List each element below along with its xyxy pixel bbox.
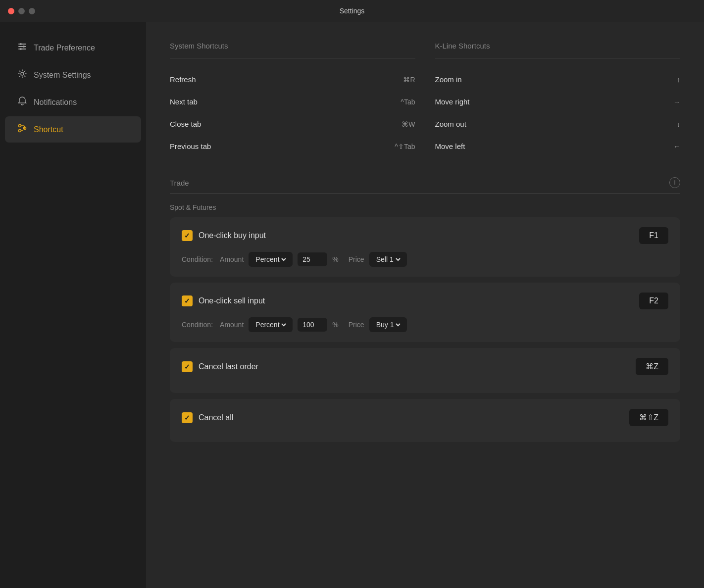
buy-price-dropdown[interactable]: Sell 1 Buy 1: [369, 252, 407, 267]
trade-card-cancel-all: ✓ Cancel all ⌘⇧Z: [170, 399, 680, 442]
sidebar-item-label: Notifications: [34, 98, 77, 107]
sidebar-item-trade-preference[interactable]: Trade Preference: [5, 35, 141, 61]
minimize-button[interactable]: [18, 8, 25, 14]
buy-amount-type-select[interactable]: Percent Fixed: [253, 255, 288, 264]
shortcut-action: Close tab: [170, 120, 201, 128]
svg-point-4: [23, 46, 25, 48]
shortcut-key: ↑: [677, 76, 680, 84]
shortcut-refresh: Refresh ⌘R: [170, 68, 415, 91]
sell-amount-value-input[interactable]: [298, 318, 327, 332]
sidebar-item-shortcut[interactable]: Shortcut: [5, 116, 141, 143]
trade-card-cancel-last-header: ✓ Cancel last order ⌘Z: [182, 358, 668, 375]
shortcut-action: Move right: [435, 98, 470, 106]
trade-card-sell-left: ✓ One-click sell input: [182, 295, 265, 306]
shortcut-move-right: Move right →: [435, 91, 681, 113]
sell-amount-type-select[interactable]: Percent Fixed: [253, 320, 288, 329]
close-button[interactable]: [8, 8, 14, 14]
checkmark-icon: ✓: [184, 232, 190, 240]
svg-point-5: [20, 48, 22, 50]
trade-divider: [170, 193, 680, 194]
cancel-all-label: Cancel all: [199, 413, 233, 422]
buy-checkbox[interactable]: ✓: [182, 230, 193, 241]
shortcut-key: ←: [673, 143, 680, 150]
sell-price-dropdown[interactable]: Buy 1 Sell 1: [369, 317, 407, 332]
shortcut-key: →: [673, 98, 680, 106]
cancel-all-checkbox[interactable]: ✓: [182, 412, 193, 423]
trade-section: Trade i Spot & Futures ✓ One-click buy i…: [170, 177, 680, 442]
buy-price-select[interactable]: Sell 1 Buy 1: [374, 255, 402, 264]
sidebar-item-label: System Settings: [34, 71, 91, 80]
trade-header: Trade i: [170, 177, 680, 188]
sell-key-badge: F2: [639, 293, 668, 309]
buy-condition-label: Condition:: [182, 255, 213, 263]
buy-amount-value-input[interactable]: [298, 252, 327, 266]
system-shortcuts-col: System Shortcuts Refresh ⌘R Next tab ^Ta…: [170, 42, 415, 157]
shortcut-action: Refresh: [170, 75, 196, 84]
sidebar: Trade Preference System Settings Notific…: [0, 22, 146, 588]
trade-card-cancel-last-left: ✓ Cancel last order: [182, 361, 258, 372]
sell-amount-type-dropdown[interactable]: Percent Fixed: [249, 317, 293, 332]
trade-card-cancel-all-header: ✓ Cancel all ⌘⇧Z: [182, 409, 668, 426]
shortcut-action: Move left: [435, 142, 465, 150]
trade-card-cancel-last: ✓ Cancel last order ⌘Z: [170, 348, 680, 393]
main-content: System Shortcuts Refresh ⌘R Next tab ^Ta…: [146, 22, 704, 588]
trade-card-sell: ✓ One-click sell input F2 Condition: Amo…: [170, 283, 680, 342]
buy-label: One-click buy input: [199, 231, 266, 240]
shortcut-zoom-out: Zoom out ↓: [435, 113, 681, 135]
shortcut-icon: [17, 123, 28, 136]
kline-shortcuts-col: K-Line Shortcuts Zoom in ↑ Move right → …: [435, 42, 681, 157]
system-shortcuts-title: System Shortcuts: [170, 42, 415, 50]
shortcut-action: Next tab: [170, 98, 198, 106]
sell-label: One-click sell input: [199, 296, 265, 305]
cancel-all-key-badge: ⌘⇧Z: [629, 409, 668, 426]
shortcut-zoom-in: Zoom in ↑: [435, 68, 681, 91]
kline-shortcuts-divider: [435, 58, 681, 58]
checkmark-icon: ✓: [184, 297, 190, 305]
svg-rect-2: [18, 49, 26, 49]
shortcut-key: ↓: [677, 120, 680, 128]
traffic-lights: [8, 8, 35, 14]
window-title: Settings: [340, 7, 365, 15]
kline-shortcuts-title: K-Line Shortcuts: [435, 42, 681, 50]
cancel-last-checkbox[interactable]: ✓: [182, 361, 193, 372]
buy-amount-type-dropdown[interactable]: Percent Fixed: [249, 252, 293, 267]
trade-preference-icon: [17, 42, 28, 54]
system-shortcuts-divider: [170, 58, 415, 58]
svg-point-9: [19, 130, 21, 132]
sidebar-item-notifications[interactable]: Notifications: [5, 89, 141, 115]
sell-checkbox[interactable]: ✓: [182, 295, 193, 306]
svg-rect-0: [18, 44, 26, 45]
sidebar-item-system-settings[interactable]: System Settings: [5, 62, 141, 88]
cancel-last-label: Cancel last order: [199, 362, 258, 371]
svg-point-6: [21, 72, 24, 75]
checkmark-icon: ✓: [184, 363, 190, 371]
trade-card-buy: ✓ One-click buy input F1 Condition: Amou…: [170, 217, 680, 277]
trade-card-sell-header: ✓ One-click sell input F2: [182, 293, 668, 309]
sell-condition-row: Condition: Amount Percent Fixed % Price …: [182, 317, 668, 332]
sell-condition-label: Condition:: [182, 321, 213, 329]
shortcut-action: Zoom out: [435, 120, 466, 128]
trade-card-buy-header: ✓ One-click buy input F1: [182, 227, 668, 244]
sidebar-item-label: Trade Preference: [34, 44, 95, 52]
sell-price-select[interactable]: Buy 1 Sell 1: [374, 320, 402, 329]
info-icon[interactable]: i: [669, 177, 680, 188]
checkmark-icon: ✓: [184, 414, 190, 422]
shortcuts-grid: System Shortcuts Refresh ⌘R Next tab ^Ta…: [170, 42, 680, 157]
maximize-button[interactable]: [29, 8, 35, 14]
titlebar: Settings: [0, 0, 704, 22]
buy-percent-label: %: [332, 255, 338, 263]
app-body: Trade Preference System Settings Notific…: [0, 22, 704, 588]
sell-amount-label: Amount: [220, 321, 244, 329]
buy-price-label: Price: [349, 255, 364, 263]
shortcut-move-left: Move left ←: [435, 135, 681, 157]
shortcut-key: ⌘R: [403, 76, 415, 84]
sell-percent-label: %: [332, 321, 338, 329]
shortcut-key: ^Tab: [401, 98, 415, 106]
shortcut-next-tab: Next tab ^Tab: [170, 91, 415, 113]
trade-section-title: Trade: [170, 179, 189, 187]
svg-point-3: [20, 43, 22, 45]
shortcut-key: ⌘W: [402, 120, 415, 128]
sell-price-label: Price: [349, 321, 364, 329]
shortcut-close-tab: Close tab ⌘W: [170, 113, 415, 135]
trade-card-buy-left: ✓ One-click buy input: [182, 230, 266, 241]
